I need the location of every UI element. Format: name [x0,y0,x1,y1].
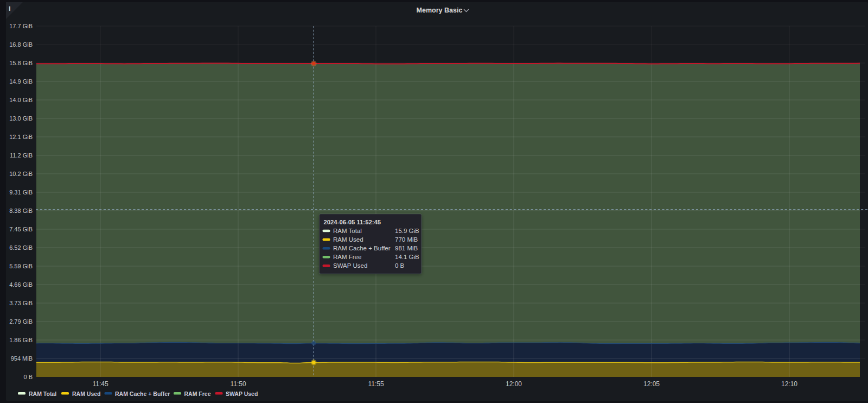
svg-text:RAM Used: RAM Used [333,236,363,243]
svg-text:SWAP Used: SWAP Used [333,262,367,269]
svg-text:14.0 GiB: 14.0 GiB [9,97,33,103]
svg-text:0 B: 0 B [23,374,33,380]
svg-text:RAM Total: RAM Total [29,391,56,397]
svg-text:RAM Free: RAM Free [333,254,361,260]
svg-text:3.73 GiB: 3.73 GiB [9,300,33,306]
svg-text:1.86 GiB: 1.86 GiB [9,337,33,343]
svg-text:4.66 GiB: 4.66 GiB [9,281,33,288]
svg-text:RAM Cache + Buffer: RAM Cache + Buffer [115,391,170,397]
svg-text:RAM Used: RAM Used [72,391,101,397]
svg-text:RAM Total: RAM Total [333,228,362,234]
svg-text:RAM Cache + Buffer: RAM Cache + Buffer [333,245,391,251]
svg-text:2.79 GiB: 2.79 GiB [9,318,33,325]
svg-text:770 MiB: 770 MiB [395,236,418,243]
svg-text:10.2 GiB: 10.2 GiB [9,171,33,177]
svg-text:5.59 GiB: 5.59 GiB [9,263,33,269]
svg-text:SWAP Used: SWAP Used [226,391,258,397]
svg-text:0 B: 0 B [395,262,405,269]
svg-text:15.9 GiB: 15.9 GiB [395,228,419,234]
svg-text:12:05: 12:05 [643,380,660,388]
svg-text:11:45: 11:45 [92,380,108,388]
svg-text:11:55: 11:55 [368,380,384,388]
svg-text:6.52 GiB: 6.52 GiB [9,244,33,251]
svg-text:14.9 GiB: 14.9 GiB [9,78,33,85]
svg-text:12:00: 12:00 [506,380,522,388]
svg-text:954 MiB: 954 MiB [11,355,33,362]
svg-text:7.45 GiB: 7.45 GiB [9,226,33,232]
svg-text:Memory Basic: Memory Basic [417,7,463,14]
svg-text:8.38 GiB: 8.38 GiB [9,207,33,214]
svg-text:17.7 GiB: 17.7 GiB [9,23,33,29]
svg-text:13.0 GiB: 13.0 GiB [9,115,33,122]
svg-text:11:50: 11:50 [230,380,246,388]
svg-text:2024-06-05 11:52:45: 2024-06-05 11:52:45 [324,219,381,225]
svg-text:12.1 GiB: 12.1 GiB [9,134,33,140]
svg-text:15.8 GiB: 15.8 GiB [9,60,33,66]
svg-text:i: i [9,4,11,12]
svg-text:9.31 GiB: 9.31 GiB [9,189,33,196]
svg-text:12:10: 12:10 [781,380,797,388]
svg-text:14.1 GiB: 14.1 GiB [395,254,419,260]
svg-text:RAM Free: RAM Free [184,391,211,397]
svg-text:16.8 GiB: 16.8 GiB [9,41,33,48]
svg-text:11.2 GiB: 11.2 GiB [10,152,33,159]
svg-text:981 MiB: 981 MiB [395,245,418,251]
